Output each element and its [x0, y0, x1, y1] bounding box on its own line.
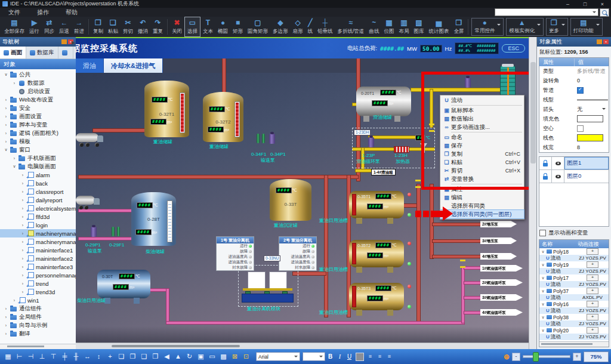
common-controls-button[interactable]: ● 常用控件 — [471, 18, 504, 36]
expand-arrow-icon[interactable]: › — [4, 115, 8, 119]
back-button[interactable]: ← 后退 — [57, 17, 72, 37]
close-panel-icon[interactable]: × — [603, 39, 609, 44]
add-animation-button[interactable]: + — [587, 248, 598, 255]
tree-item[interactable]: › win1 — [0, 296, 76, 304]
animation-object-row[interactable]: ∨ Poly20 + — [539, 327, 609, 334]
text-button[interactable]: T 文本 — [200, 17, 215, 37]
expand-arrow-icon[interactable]: › — [4, 323, 8, 328]
add-animation-button[interactable]: + — [587, 314, 598, 320]
checkbox-icon[interactable] — [577, 125, 584, 132]
animation-object-row[interactable]: ∨ Poly37 + — [539, 288, 609, 294]
expand-arrow-icon[interactable]: › — [4, 131, 8, 135]
same-height-icon[interactable]: ↕ — [93, 353, 104, 360]
tab-database[interactable]: 数据库 — [26, 47, 58, 58]
tree-item[interactable]: › 向导与示例 — [0, 321, 76, 329]
property-value[interactable] — [574, 133, 609, 143]
expand-arrow-icon[interactable]: ∨ — [4, 72, 8, 77]
expand-arrow-icon[interactable]: › — [4, 315, 8, 319]
rotate-icon[interactable]: ↻ — [184, 353, 195, 360]
template-instantiate-button[interactable]: ▲ 模板实例化 — [506, 18, 544, 36]
bring-to-front-icon[interactable]: ❏ — [116, 353, 127, 360]
checkbox-icon[interactable] — [577, 87, 584, 94]
expand-arrow-icon[interactable]: › — [4, 307, 8, 311]
tree-item[interactable]: › electricalsystem — [0, 204, 76, 212]
tree-item[interactable]: › 画面设置 — [0, 112, 76, 121]
polyline-pipe-button[interactable]: ≈ 多折线/管道 — [335, 17, 367, 37]
pin-icon[interactable] — [61, 39, 67, 44]
expand-arrow-icon[interactable]: › — [12, 81, 17, 85]
expand-arrow-icon[interactable]: ∨ — [541, 289, 545, 294]
cut-button[interactable]: ✂ 剪切 — [121, 17, 135, 37]
color-swatch[interactable] — [577, 134, 603, 141]
zoom-slider[interactable] — [523, 355, 570, 358]
lock-icon[interactable]: ⊠ — [229, 353, 240, 360]
bitmap-button[interactable]: ▦ 位图 — [381, 17, 396, 37]
italic-button[interactable]: I — [335, 352, 344, 361]
tree-item[interactable]: › machinerymanager — [0, 229, 76, 237]
stat-chart-button[interactable]: ▅ 统计图表 — [426, 17, 451, 37]
rect-button[interactable]: ■ 矩形 — [230, 17, 245, 37]
close-window-button[interactable]: × — [594, 0, 611, 8]
ellipse-button[interactable]: ● 椭圆 — [215, 17, 230, 37]
tank-0-32T2[interactable]: ####℃ 0-32T2 ####m³ — [203, 92, 243, 142]
sync-button[interactable]: ⇄ 同步 — [42, 17, 57, 37]
property-value[interactable]: 无 — [574, 104, 609, 114]
property-value[interactable] — [574, 114, 609, 124]
expand-arrow-icon[interactable]: › — [4, 106, 8, 110]
tree-item[interactable]: › 手机版画面 — [0, 154, 76, 162]
expand-arrow-icon[interactable]: › — [20, 198, 25, 202]
tree-item[interactable]: › 逻辑 (画面相关) — [0, 129, 76, 137]
pump-0-34P1[interactable] — [269, 134, 275, 144]
property-row[interactable]: 线型 — [539, 95, 609, 104]
expand-arrow-icon[interactable]: › — [12, 156, 17, 161]
align-text-right-button[interactable]: ≡ — [385, 352, 394, 361]
scada-tab[interactable]: 滑油 — [76, 58, 104, 73]
property-row[interactable]: 线宽 8 — [539, 143, 609, 152]
canvas-hscrollbar[interactable] — [76, 343, 529, 349]
esc-button[interactable]: ESC — [502, 44, 525, 53]
tank-0-28T[interactable]: ####℃ 0-28T ####m³ — [131, 192, 176, 246]
toolbar-separator[interactable] — [468, 19, 468, 35]
animation-object-row[interactable]: ∨ Poly38 + — [539, 314, 609, 320]
animation-binding-row[interactable]: U 流动 ZJ YOZS.PV — [539, 320, 609, 327]
expand-arrow-icon[interactable]: › — [4, 332, 8, 336]
sector-button[interactable]: ◇ 扇形 — [291, 17, 306, 37]
expand-arrow-icon[interactable]: › — [20, 173, 25, 177]
property-value[interactable] — [574, 95, 609, 104]
property-row[interactable]: 箭头 无 — [539, 104, 609, 114]
tree-item[interactable]: › maininterface1 — [0, 246, 76, 254]
flip-vertical-icon[interactable]: ▲ — [172, 353, 184, 360]
layer-row[interactable]: 图层1 — [539, 157, 609, 170]
add-animation-button[interactable]: + — [587, 261, 598, 268]
expand-arrow-icon[interactable]: ∨ — [541, 302, 545, 307]
rounded-rect-button[interactable]: ▢ 圆角矩形 — [245, 17, 270, 37]
maximize-button[interactable]: □ — [576, 0, 594, 8]
unlock-icon[interactable]: ⊡ — [240, 353, 252, 360]
tree-item[interactable]: › 通信组件 — [0, 304, 76, 313]
save-all-button[interactable]: ▤ 全部保存 — [2, 17, 27, 37]
tree-item[interactable]: › 模板 — [0, 137, 76, 146]
polygon-button[interactable]: ◆ 多边形 — [270, 17, 291, 37]
close-button[interactable]: ✖ 关闭 — [169, 17, 184, 37]
animation-binding-row[interactable]: U 流动 ZJ YOZS.PV — [539, 268, 609, 274]
expand-arrow-icon[interactable]: ∨ — [541, 315, 545, 320]
align-left-icon[interactable]: ⊢ — [14, 353, 25, 360]
select-button[interactable]: ▭ 选择 — [184, 17, 200, 37]
align-right-icon[interactable]: ⊣ — [25, 353, 36, 360]
expand-arrow-icon[interactable]: › — [20, 273, 25, 277]
property-row[interactable]: 管道 — [539, 85, 609, 95]
layer-lock-cell[interactable] — [539, 157, 552, 169]
align-top-icon[interactable]: ⊤ — [48, 353, 59, 360]
tank-0-35T1[interactable]: 0-35T1 ####℃ ####m³ — [349, 191, 404, 218]
layer-row[interactable]: 图层0 — [539, 170, 609, 183]
group-icon[interactable]: ▣ — [195, 353, 206, 360]
pump-0-34F1[interactable] — [257, 134, 265, 144]
more-button[interactable]: ❐ 更多 — [546, 18, 568, 36]
expand-arrow-icon[interactable]: ∨ — [4, 147, 8, 152]
tank-0-35T3[interactable]: 0-35T3 ####℃ ####m³ — [349, 283, 404, 310]
center-horizontal-icon[interactable]: ╪ — [59, 353, 70, 360]
flip-horizontal-icon[interactable]: ◀ — [161, 353, 172, 360]
menu-select-same-class-layer[interactable]: 选择所有同类(同一图层) — [440, 210, 524, 218]
text-color-swatch[interactable] — [356, 353, 364, 361]
plumbline-button[interactable]: ┼ 铅垂线 — [315, 17, 335, 37]
